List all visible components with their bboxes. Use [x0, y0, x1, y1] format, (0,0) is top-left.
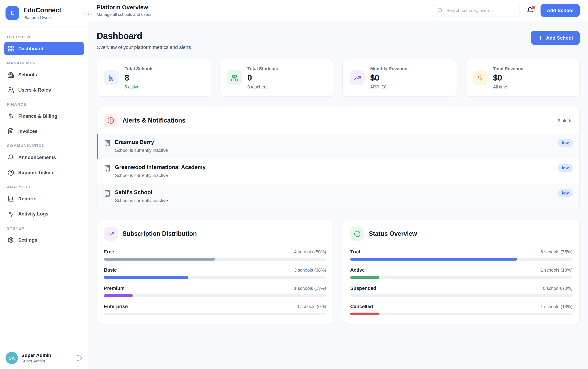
alert-school-name: Greenwood International Academy — [115, 164, 206, 170]
building-icon — [104, 190, 111, 198]
sidebar-item-label: Activity Logs — [18, 211, 49, 216]
alert-row[interactable]: Greenwood International AcademySchool is… — [97, 159, 579, 184]
user-name: Super Admin — [21, 352, 51, 358]
stat-subtext: All time — [493, 85, 523, 90]
alerts-count: 3 alerts — [558, 118, 573, 123]
building-icon — [104, 190, 111, 197]
dollar-icon — [472, 70, 488, 85]
sidebar-item-schools[interactable]: Schools — [4, 68, 84, 82]
dist-label: Enterprise — [104, 304, 128, 309]
trending-up-icon — [354, 74, 361, 82]
search-placeholder: Search schools, users... — [446, 8, 494, 13]
progress-track — [104, 313, 326, 315]
stat-subtext: ARR: $0 — [370, 85, 407, 90]
check-circle-icon — [350, 227, 364, 241]
dist-row-header: Premium1 schools (13%) — [104, 285, 326, 291]
dist-row-header: Trial6 schools (75%) — [350, 249, 573, 254]
severity-badge: low — [558, 189, 573, 197]
progress-track — [350, 258, 573, 261]
add-school-button[interactable]: Add School — [531, 31, 580, 45]
main-area: Platform Overview Manage all schools and… — [89, 0, 588, 369]
users-icon — [8, 87, 14, 93]
logout-button[interactable] — [76, 355, 83, 361]
page-content: Dashboard Overview of your platform metr… — [89, 21, 588, 369]
header-actions: Search schools, users... Add School — [433, 4, 580, 17]
settings-icon — [8, 237, 14, 243]
sidebar-item-reports[interactable]: Reports — [4, 192, 84, 205]
user-profile[interactable]: SA Super Admin Super Admin — [0, 347, 88, 369]
app-subtitle: Platform Owner — [23, 15, 61, 20]
dist-value: 1 schools (13%) — [540, 267, 573, 273]
status-panel-title: Status Overview — [369, 230, 417, 237]
nav-section-label: OVERVIEW — [4, 35, 84, 39]
bottom-panels: Subscription Distribution Free4 schools … — [97, 220, 580, 324]
alert-message: School is currently inactive — [115, 198, 168, 203]
alert-text-block: Erasmus BerrySchool is currently inactiv… — [115, 139, 168, 153]
dist-label: Active — [350, 267, 365, 273]
page-subtitle: Overview of your platform metrics and al… — [97, 44, 191, 50]
help-circle-icon — [8, 169, 14, 176]
dist-row-header: Suspended0 schools (0%) — [350, 285, 573, 291]
page-title: Dashboard — [97, 31, 191, 41]
building-icon — [108, 74, 115, 82]
dist-value: 1 schools (13%) — [294, 286, 326, 291]
alert-row[interactable]: Sahil's SchoolSchool is currently inacti… — [97, 184, 579, 209]
school-icon — [8, 72, 14, 78]
stat-subtext: 5 active — [125, 85, 154, 90]
alerts-list: Erasmus BerrySchool is currently inactiv… — [97, 133, 579, 209]
progress-track — [350, 294, 573, 297]
users-icon — [227, 70, 242, 85]
sidebar-item-activity-logs[interactable]: Activity Logs — [4, 207, 84, 221]
alert-row[interactable]: Erasmus BerrySchool is currently inactiv… — [97, 133, 579, 159]
sidebar-item-finance-billing[interactable]: Finance & Billing — [4, 109, 84, 123]
status-row-cancelled: Cancelled1 schools (13%) — [350, 304, 573, 315]
status-row-trial: Trial6 schools (75%) — [350, 249, 573, 261]
notifications-button[interactable] — [526, 6, 534, 14]
alert-message: School is currently inactive — [115, 148, 168, 153]
status-overview-panel: Status Overview Trial6 schools (75%)Acti… — [343, 220, 580, 324]
sidebar-collapse-button[interactable] — [84, 10, 92, 17]
check-circle-icon — [354, 230, 360, 237]
progress-fill — [104, 294, 133, 297]
alerts-card: Alerts & Notifications 3 alerts Erasmus … — [97, 107, 580, 209]
subscription-row-free: Free4 schools (50%) — [104, 249, 326, 261]
status-panel-header: Status Overview — [350, 227, 573, 241]
progress-fill — [104, 276, 188, 279]
alert-text-block: Sahil's SchoolSchool is currently inacti… — [115, 189, 168, 203]
status-rows: Trial6 schools (75%)Active1 schools (13%… — [350, 249, 573, 315]
add-school-button-header[interactable]: Add School — [540, 4, 580, 17]
progress-fill — [350, 313, 379, 315]
user-text-block: Super Admin Super Admin — [21, 352, 51, 363]
sidebar-item-settings[interactable]: Settings — [4, 233, 84, 247]
dist-value: 0 schools (0%) — [543, 286, 573, 291]
sidebar-item-dashboard[interactable]: Dashboard — [4, 42, 84, 55]
sidebar-item-invoices[interactable]: Invoices — [4, 124, 84, 138]
stat-text-block: Total Students00 teachers — [247, 66, 278, 90]
stat-card-total-revenue: Total Revenue$0All time — [465, 59, 580, 97]
page-title-block: Dashboard Overview of your platform metr… — [97, 31, 191, 50]
progress-track — [104, 276, 326, 279]
bar-chart-icon — [8, 195, 14, 202]
nav-section-label: MANAGEMENT — [4, 61, 84, 65]
search-icon — [437, 8, 443, 13]
sidebar-nav: OVERVIEWDashboardMANAGEMENTSchoolsUsers … — [0, 27, 88, 347]
alert-circle-icon — [107, 117, 114, 124]
dist-label: Trial — [350, 249, 360, 254]
stat-value: $0 — [493, 73, 523, 83]
sidebar-item-users-roles[interactable]: Users & Roles — [4, 83, 84, 97]
dist-row-header: Basic3 schools (38%) — [104, 267, 326, 273]
sidebar-item-label: Dashboard — [18, 46, 43, 51]
dist-label: Free — [104, 249, 114, 254]
notification-dot — [532, 6, 535, 9]
dist-label: Suspended — [350, 285, 376, 291]
stat-card-monthly-revenue: Monthly Revenue$0ARR: $0 — [342, 59, 457, 97]
bell-icon — [8, 154, 14, 161]
stat-label: Total Schools — [125, 66, 154, 71]
search-input[interactable]: Search schools, users... — [433, 4, 520, 17]
top-header: Platform Overview Manage all schools and… — [89, 0, 588, 21]
sidebar-item-support-tickets[interactable]: Support Tickets — [4, 165, 84, 179]
app-root: E EduConnect Platform Owner OVERVIEWDash… — [0, 0, 588, 369]
subscription-row-enterprise: Enterprise0 schools (0%) — [104, 304, 326, 315]
sidebar-item-announcements[interactable]: Announcements — [4, 150, 84, 164]
sidebar-item-label: Users & Roles — [18, 87, 51, 92]
